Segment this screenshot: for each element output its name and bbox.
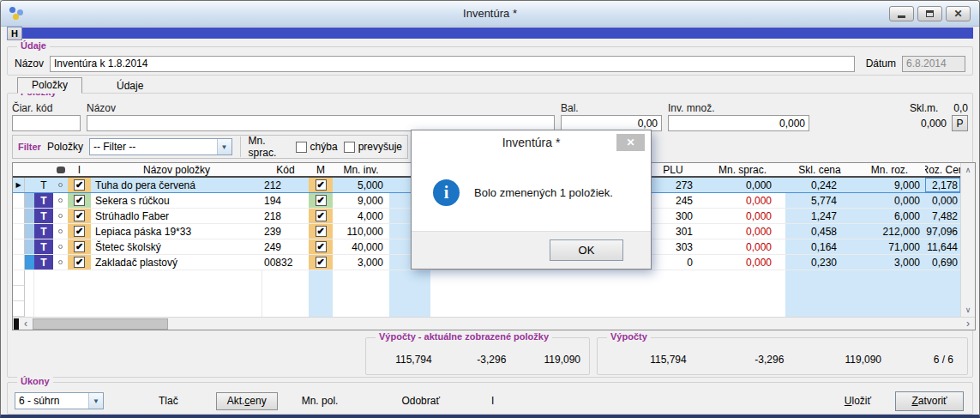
processed-qty-cell: 0,000 [700,239,785,254]
empty-table-row[interactable] [13,286,960,301]
inventory-qty-cell: 40,000 [333,239,389,254]
header-i[interactable]: I [68,164,91,176]
tlac-button[interactable]: Tlač [153,393,183,409]
header-kod[interactable]: Kód [262,164,309,176]
window-title: Inventúra * [1,7,979,20]
i-checkbox-cell[interactable]: ✔ [68,224,91,239]
tab-bar: Položky Údaje [17,79,973,94]
i-checkbox-cell[interactable]: ✔ [68,178,91,192]
scrollbar-thumb[interactable] [33,318,168,330]
processed-qty-cell: 0,000 [700,255,785,270]
odobrat-button[interactable]: Odobrať [396,393,445,409]
header-mn-sprac[interactable]: Mn. sprac. [700,164,785,176]
scroll-down-icon[interactable]: ∨ [961,303,975,317]
mn-sprac-label: Mn. sprac. [249,135,290,159]
inventory-qty-cell: 3,000 [333,255,389,270]
totals-current-value: -3,296 [441,354,515,366]
row-marker-icon [53,193,68,208]
p-button[interactable]: P [952,115,968,131]
header-mn-inv[interactable]: Mn. inv. [333,164,389,176]
checkbox-checked-icon: ✔ [74,241,85,252]
diff-qty-cell: 3,000 [854,255,925,270]
header-roz-cena[interactable]: Roz. Cen [925,164,960,176]
row-band [25,255,34,270]
scroll-right-icon[interactable]: › [961,318,975,330]
header-mn-roz[interactable]: Mn. roz. [854,164,925,176]
stock-price-cell: 0,230 [785,255,854,270]
i-checkbox-cell[interactable]: ✔ [68,239,91,254]
m-checkbox-cell[interactable]: ✔ [309,224,333,239]
m-checkbox-cell[interactable]: ✔ [309,255,333,270]
item-code-cell: 00832 [262,255,309,270]
tab-polozky[interactable]: Položky [17,77,82,94]
item-name-cell: Zakladač plastový [91,255,262,270]
m-checkbox-cell[interactable]: ✔ [309,178,333,192]
tab-udaje[interactable]: Údaje [103,79,157,94]
filter-select[interactable]: -- Filter -- ▼ [89,138,232,155]
note-icon [57,167,65,173]
i-button[interactable]: I [486,393,499,409]
empty-table-row[interactable] [13,270,960,286]
maximize-button[interactable] [917,6,942,21]
chyba-checkbox[interactable]: chýba [296,141,338,153]
i-checkbox-cell[interactable]: ✔ [68,209,91,223]
ulozit-button[interactable]: Uložiť [839,393,876,409]
type-badge: T [34,193,53,208]
item-name-label: Názov [87,102,555,115]
ok-button[interactable]: OK [550,239,623,261]
scroll-up-icon[interactable]: ∧ [961,163,975,177]
close-button[interactable]: ✕ [946,6,971,21]
header-skl-cena[interactable]: Skl. cena [785,164,854,176]
totals-row: Výpočty - aktuálne zobrazené položky 115… [12,337,968,375]
zatvorit-button[interactable]: Zatvoriť [895,391,964,411]
action-select[interactable]: 6 - súhrn ▼ [15,392,104,409]
inv-mnoz-input[interactable]: 0,000 [668,115,809,131]
akt-ceny-button[interactable]: Akt. ceny [216,392,278,410]
h-button[interactable]: H [7,27,22,40]
header-nazov-polozky[interactable]: Názov položky [91,164,262,176]
dialog-close-button[interactable]: ✕ [616,134,645,151]
minimize-button[interactable] [889,6,914,21]
horizontal-scrollbar[interactable]: ‹ › [13,317,975,330]
header-plu[interactable]: PLU [646,164,700,176]
nazov-input[interactable]: Inventúra k 1.8.2014 [50,56,855,72]
i-checkbox-cell[interactable]: ✔ [68,193,91,208]
info-icon [433,179,460,206]
datum-label: Dátum [866,58,896,70]
app-window: Inventúra * ✕ H Údaje Názov Inventúra k … [0,0,980,418]
entry-fields-row: Čiar. kód Názov Bal. 0,00 Inv. množ. 0,0… [12,102,968,131]
m-checkbox-cell[interactable]: ✔ [309,239,333,254]
i-checkbox-cell[interactable]: ✔ [68,255,91,270]
plu-cell: 273 [646,178,700,192]
row-selector [13,224,25,239]
diff-qty-cell: 6,000 [854,209,925,223]
totals-all: Výpočty 115,794 -3,296 119,090 6 / 6 [597,337,968,375]
filter-bar: Filter Položky -- Filter -- ▼ Mn. sprac.… [12,135,408,159]
sklm-label: Skl.m. [910,102,938,115]
inventory-qty-cell: 110,000 [333,224,389,239]
row-count: 6 / 6 [890,354,967,366]
scroll-left-icon[interactable]: ‹ [19,318,33,330]
processed-qty-cell: 0,000 [700,209,785,223]
row-marker-icon [53,255,68,270]
type-badge: T [34,224,53,239]
row-marker-icon [53,239,68,254]
checkbox-checked-icon: ✔ [316,241,327,252]
mn-pol-button[interactable]: Mn. pol. [297,393,344,409]
empty-table-row[interactable] [13,301,960,317]
plu-cell: 300 [646,209,700,223]
vertical-scrollbar[interactable]: ∧ ∨ [960,163,975,317]
message-dialog: Inventúra * ✕ Bolo zmenených 1 položiek.… [411,130,652,270]
item-name-cell: Strúhadlo Faber [91,209,262,223]
dialog-footer: OK [412,231,651,269]
ciar-kod-input[interactable] [12,115,81,131]
m-checkbox-cell[interactable]: ✔ [309,209,333,223]
header-m[interactable]: M [309,164,333,176]
diff-price-cell: 97,096 [925,224,960,239]
item-code-cell: 218 [262,209,309,223]
m-checkbox-cell[interactable]: ✔ [309,193,333,208]
stock-price-cell: 0,242 [785,178,854,192]
inv-mnoz-label: Inv. množ. [668,102,809,115]
checkbox-icon [344,142,355,153]
prevysuje-checkbox[interactable]: prevyšuje [344,141,402,153]
